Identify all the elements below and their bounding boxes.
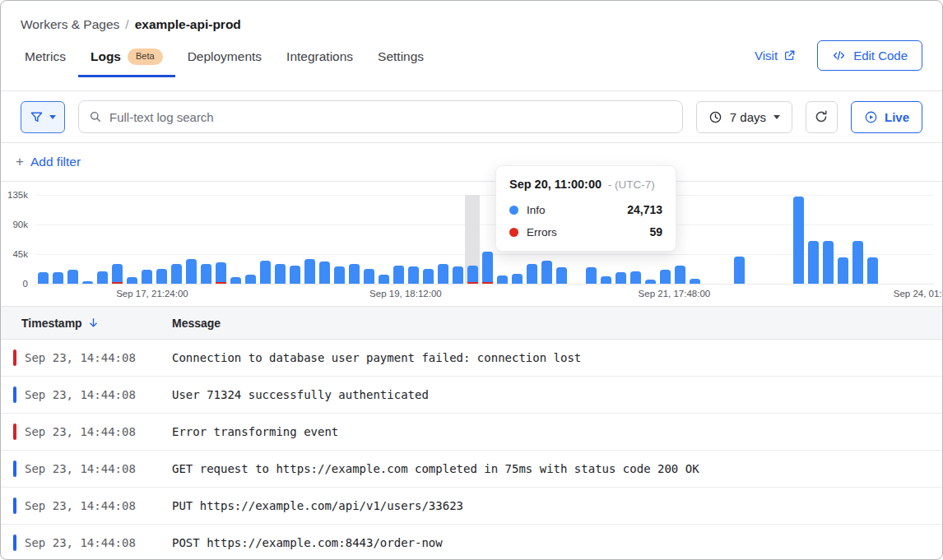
chart-bar-slot[interactable] xyxy=(866,195,880,284)
chart-bar[interactable] xyxy=(364,269,374,284)
chart-bar-slot[interactable] xyxy=(450,195,465,284)
add-filter-button[interactable]: + Add filter xyxy=(16,154,81,170)
chart-bar-slot[interactable] xyxy=(688,195,703,284)
chart-bar-slot[interactable] xyxy=(35,195,50,284)
chart-bar[interactable] xyxy=(230,277,241,284)
chart-bar[interactable] xyxy=(275,264,286,284)
chart-bar-slot[interactable] xyxy=(243,195,258,284)
chart-bar[interactable] xyxy=(290,266,300,284)
chart-bar-slot[interactable] xyxy=(95,195,109,284)
chart-bar[interactable] xyxy=(453,266,463,284)
chart-bar-slot[interactable] xyxy=(65,195,80,284)
tab-settings[interactable]: Settings xyxy=(365,40,436,76)
chart-bar[interactable] xyxy=(675,266,685,284)
chart-bar[interactable] xyxy=(527,264,537,284)
chart-bar[interactable] xyxy=(186,259,197,284)
chart-bar-slot[interactable] xyxy=(821,195,836,284)
chart-bar[interactable] xyxy=(97,271,108,284)
chart-bar[interactable] xyxy=(512,274,523,284)
chart-bar[interactable] xyxy=(408,266,419,284)
filter-dropdown-button[interactable] xyxy=(21,101,65,133)
chart-bar-slot[interactable] xyxy=(792,195,806,284)
chart-bar-slot[interactable] xyxy=(465,195,480,284)
refresh-button[interactable] xyxy=(806,101,838,133)
table-row[interactable]: Sep 23, 14:44:08User 71324 successfully … xyxy=(1,377,942,414)
chart-bar[interactable] xyxy=(304,259,315,284)
chart-bar-slot[interactable] xyxy=(420,195,435,284)
tab-logs[interactable]: LogsBeta xyxy=(78,40,175,76)
chart-bar[interactable] xyxy=(586,267,597,284)
chart-bar[interactable] xyxy=(793,197,804,284)
live-button[interactable]: Live xyxy=(851,101,922,133)
chart-bar[interactable] xyxy=(838,257,848,284)
chart-bar[interactable] xyxy=(497,275,508,284)
chart-bar[interactable] xyxy=(393,266,404,284)
chart-bar[interactable] xyxy=(690,279,700,284)
table-row[interactable]: Sep 23, 14:44:08PUT https://example.com/… xyxy=(1,488,942,525)
chart-bar-slot[interactable] xyxy=(139,195,154,284)
chart-bar[interactable] xyxy=(808,241,819,284)
chart-bar-slot[interactable] xyxy=(806,195,821,284)
table-row[interactable]: Sep 23, 14:44:08Error transforming event xyxy=(1,414,942,451)
chart-bar[interactable] xyxy=(53,272,63,284)
chart-bar-slot[interactable] xyxy=(346,195,361,284)
chart-bar[interactable] xyxy=(127,277,137,284)
chart-bar[interactable] xyxy=(823,241,834,284)
chart-bar[interactable] xyxy=(201,264,211,284)
chart-bar[interactable] xyxy=(112,264,123,284)
chart-bar-slot[interactable] xyxy=(154,195,169,284)
chart-bar-slot[interactable] xyxy=(124,195,139,284)
chart-bar[interactable] xyxy=(645,280,656,284)
chart-bar[interactable] xyxy=(852,241,863,284)
chart-bar-slot[interactable] xyxy=(361,195,376,284)
table-row[interactable]: Sep 23, 14:44:08Connection to database u… xyxy=(1,340,942,377)
chart-bar[interactable] xyxy=(660,270,671,284)
chart-bar[interactable] xyxy=(630,271,641,284)
chart-bar[interactable] xyxy=(67,270,78,284)
chart-bar[interactable] xyxy=(156,269,167,284)
chart-bar[interactable] xyxy=(734,257,745,284)
chart-bar[interactable] xyxy=(423,269,434,284)
chart-bar-slot[interactable] xyxy=(213,195,228,284)
chart-bar[interactable] xyxy=(349,264,360,284)
chart-bar-slot[interactable] xyxy=(50,195,65,284)
chart-bar[interactable] xyxy=(319,261,330,284)
chart-bar[interactable] xyxy=(82,281,93,284)
chart-bar-slot[interactable] xyxy=(836,195,851,284)
chart-bar-slot[interactable] xyxy=(332,195,346,284)
chart-bar-slot[interactable] xyxy=(718,195,732,284)
chart-bar-slot[interactable] xyxy=(302,195,317,284)
edit-code-button[interactable]: Edit Code xyxy=(817,40,922,71)
chart-bar[interactable] xyxy=(467,266,478,284)
chart-bar-slot[interactable] xyxy=(762,195,777,284)
chart-bar-slot[interactable] xyxy=(258,195,272,284)
tab-metrics[interactable]: Metrics xyxy=(12,40,78,76)
chart-bar-slot[interactable] xyxy=(851,195,866,284)
chart-bar[interactable] xyxy=(216,262,226,284)
tab-deployments[interactable]: Deployments xyxy=(175,40,274,76)
chart-bar[interactable] xyxy=(379,275,389,284)
chart-bar[interactable] xyxy=(616,272,626,284)
chart-bar-slot[interactable] xyxy=(109,195,124,284)
chart-bar-slot[interactable] xyxy=(391,195,406,284)
chart-bar[interactable] xyxy=(171,264,182,284)
chart-plot-area[interactable]: Sep 17, 21:24:00Sep 19, 18:12:00Sep 21, … xyxy=(35,195,934,284)
log-search-input[interactable] xyxy=(109,110,672,124)
chart-bar[interactable] xyxy=(556,267,567,284)
chart-bar-slot[interactable] xyxy=(435,195,450,284)
chart-bar-slot[interactable] xyxy=(228,195,243,284)
chart-bar-slot[interactable] xyxy=(732,195,747,284)
search-box[interactable] xyxy=(78,100,683,133)
chart-bar-slot[interactable] xyxy=(169,195,183,284)
visit-link[interactable]: Visit xyxy=(755,49,796,62)
timestamp-column-header[interactable]: Timestamp xyxy=(1,317,172,330)
chart-bar-slot[interactable] xyxy=(406,195,420,284)
table-row[interactable]: Sep 23, 14:44:08GET request to https://e… xyxy=(1,451,942,488)
tab-integrations[interactable]: Integrations xyxy=(274,40,365,76)
chart-bar[interactable] xyxy=(482,252,493,284)
chart-bar[interactable] xyxy=(260,261,271,284)
chart-bar[interactable] xyxy=(541,261,552,284)
chart-bar-slot[interactable] xyxy=(80,195,95,284)
table-row[interactable]: Sep 23, 14:44:08POST https://example.com… xyxy=(1,525,942,560)
chart-bar[interactable] xyxy=(142,270,152,284)
